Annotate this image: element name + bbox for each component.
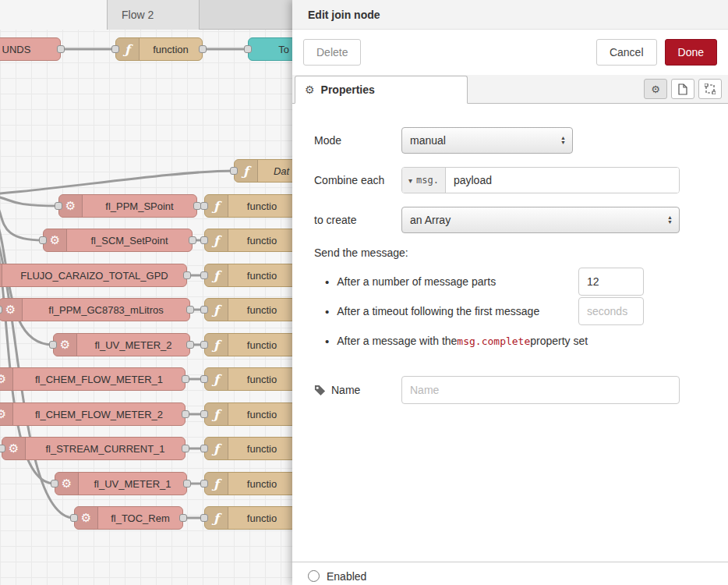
flow-node-flujo[interactable]: ⚙FLUJO_CARAIZO_TOTAL_GPD — [0, 264, 187, 287]
flow-node-f9[interactable]: ƒfunctio — [204, 472, 292, 495]
bullet-timeout: • After a timeout following the first me… — [314, 296, 706, 326]
input-port[interactable] — [200, 480, 208, 488]
output-port[interactable] — [182, 375, 189, 383]
node-label: To — [249, 38, 292, 60]
input-port[interactable] — [51, 480, 58, 488]
enabled-toggle-icon[interactable] — [308, 570, 320, 582]
input-port[interactable] — [200, 202, 208, 210]
bullet-msg-complete: • After a message with the msg.complete … — [314, 326, 706, 356]
flow-node-toc[interactable]: ⚙fl_TOC_Rem — [74, 506, 183, 530]
flow-node-chem1[interactable]: ⚙fl_CHEM_FLOW_METER_1 — [0, 367, 186, 391]
bullet-message-parts: • After a number of message parts — [314, 267, 706, 296]
flow-node-unds[interactable]: UNDS — [0, 37, 61, 61]
flow-node-f8[interactable]: ƒfunctio — [204, 437, 292, 460]
flow-node-date_fn[interactable]: ƒDat — [234, 159, 292, 183]
node-description-button[interactable] — [671, 79, 694, 99]
output-port[interactable] — [179, 514, 187, 522]
flow-node-uv2[interactable]: ⚙fl_UV_METER_2 — [53, 333, 190, 356]
flow-node-gc8783[interactable]: ⚙fl_PPM_GC8783_mLitros — [0, 298, 190, 321]
timeout-input[interactable] — [578, 297, 644, 325]
name-label-box: Name — [314, 384, 401, 396]
flow-node-stream[interactable]: ⚙fl_STREAM_CURRENT_1 — [2, 437, 186, 460]
flow-node-f4[interactable]: ƒfunctio — [204, 298, 292, 321]
output-port[interactable] — [186, 306, 194, 314]
input-port[interactable] — [230, 167, 238, 175]
gear-icon: ⚙ — [305, 83, 315, 96]
output-port[interactable] — [57, 45, 65, 53]
flow-node-chem2[interactable]: ⚙fl_CHEM_FLOW_METER_2 — [0, 402, 186, 426]
bullet-icon: • — [325, 335, 329, 348]
node-label: fl_CHEM_FLOW_METER_2 — [13, 403, 185, 425]
bullet-complete-pre: After a message with the — [337, 335, 457, 347]
name-input[interactable] — [401, 376, 680, 404]
node-label: FLUJO_CARAIZO_TOTAL_GPD — [2, 264, 186, 286]
input-port[interactable] — [0, 445, 5, 452]
flow-node-scm[interactable]: ⚙fl_SCM_SetPoint — [43, 229, 193, 252]
node-label: fl_TOC_Rem — [98, 507, 182, 529]
output-port[interactable] — [182, 410, 189, 418]
input-port[interactable] — [200, 236, 208, 244]
create-label: to create — [314, 214, 401, 226]
delete-button[interactable]: Delete — [303, 39, 361, 66]
flow-tab-partial[interactable] — [0, 0, 108, 30]
input-port[interactable] — [70, 514, 78, 522]
node-layer: UNDSƒfunctionToƒDat⚙fl_PPM_SPoint⚙fl_SCM… — [0, 0, 292, 585]
function-icon: ƒ — [116, 38, 140, 60]
combine-value-input[interactable] — [446, 168, 679, 193]
flow-tab-flow2[interactable]: Flow 2 — [108, 0, 200, 30]
output-port[interactable] — [183, 271, 191, 279]
tag-icon — [314, 385, 326, 396]
output-port[interactable] — [189, 236, 196, 244]
dialog-footer: Enabled — [292, 562, 728, 585]
flow-node-ppm_spoint[interactable]: ⚙fl_PPM_SPoint — [58, 194, 197, 218]
input-port[interactable] — [200, 514, 208, 522]
tab-properties[interactable]: ⚙ Properties — [295, 76, 468, 104]
input-port[interactable] — [244, 45, 252, 53]
create-select[interactable]: an Array ▲▼ — [401, 207, 680, 233]
input-port[interactable] — [200, 410, 208, 418]
output-port[interactable] — [182, 445, 189, 452]
flow-canvas[interactable]: UNDSƒfunctionToƒDat⚙fl_PPM_SPoint⚙fl_SCM… — [0, 0, 292, 585]
done-button[interactable]: Done — [665, 39, 717, 66]
enabled-label: Enabled — [327, 570, 366, 583]
flow-node-f10[interactable]: ƒfunctio — [204, 506, 292, 530]
flow-node-f6[interactable]: ƒfunctio — [204, 367, 292, 391]
output-port[interactable] — [183, 480, 191, 488]
msg-type-button[interactable]: ▾ msg. — [402, 168, 446, 193]
node-label: fl_UV_METER_2 — [77, 334, 189, 356]
input-port[interactable] — [39, 236, 47, 244]
message-parts-input[interactable] — [578, 268, 644, 296]
flow-node-f7[interactable]: ƒfunctio — [204, 402, 292, 426]
mode-select[interactable]: manual ▲▼ — [401, 127, 573, 154]
flow-node-uv1[interactable]: ⚙fl_UV_METER_1 — [55, 472, 187, 495]
bullet-complete-post: property set — [530, 335, 588, 347]
input-port[interactable] — [55, 202, 62, 210]
node-properties-button[interactable]: ⚙ — [644, 79, 667, 99]
input-port[interactable] — [200, 341, 208, 349]
function-icon: ƒ — [205, 368, 228, 390]
input-port[interactable] — [200, 445, 208, 452]
input-port[interactable] — [200, 306, 208, 314]
flow-node-f5[interactable]: ƒfunctio — [204, 333, 292, 356]
flow-node-func_top[interactable]: ƒfunction — [115, 37, 203, 61]
input-port[interactable] — [49, 341, 57, 349]
input-port[interactable] — [111, 45, 119, 53]
node-label: functio — [228, 195, 292, 217]
input-port[interactable] — [0, 306, 2, 314]
flow-node-teal_total[interactable]: To — [248, 37, 292, 61]
flow-node-f2[interactable]: ƒfunctio — [204, 229, 292, 252]
function-icon: ƒ — [235, 160, 258, 182]
combine-label: Combine each — [314, 174, 401, 186]
cancel-button[interactable]: Cancel — [596, 39, 657, 66]
node-appearance-button[interactable] — [698, 79, 722, 99]
input-port[interactable] — [200, 271, 208, 279]
function-icon: ƒ — [205, 473, 228, 495]
flow-node-f3[interactable]: ƒfunctio — [204, 264, 292, 287]
node-label: fl_CHEM_FLOW_METER_1 — [13, 368, 185, 390]
flow-node-f1[interactable]: ƒfunctio — [204, 194, 292, 218]
gear-icon: ⚙ — [651, 83, 660, 95]
output-port[interactable] — [199, 45, 207, 53]
input-port[interactable] — [200, 375, 208, 383]
output-port[interactable] — [186, 341, 194, 349]
send-message-heading: Send the message: — [314, 246, 706, 259]
